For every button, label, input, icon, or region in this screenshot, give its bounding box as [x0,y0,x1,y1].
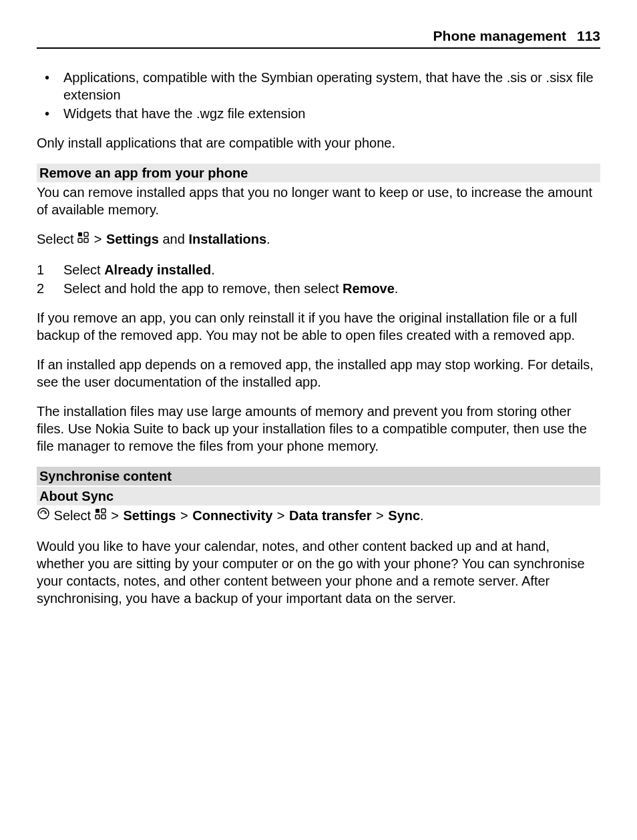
step-prefix: Select [63,262,104,277]
remove-reinstall-paragraph: If you remove an app, you can only reins… [37,309,600,344]
breadcrumb-separator: > [111,508,119,523]
svg-rect-0 [78,232,82,236]
svg-rect-1 [84,232,88,236]
step-number: 1 [37,261,44,278]
svg-rect-5 [95,509,99,513]
select-path-sync: Select > Settings > Connectivity > Data … [37,507,600,526]
connectivity-label: Connectivity [192,508,272,523]
list-item-text: Applications, compatible with the Symbia… [63,70,594,102]
remove-steps-list: 1 Select Already installed. 2 Select and… [37,261,600,297]
list-item-text: Widgets that have the .wgz file extensio… [63,106,305,121]
section-heading-sync: Synchronise content [37,467,600,485]
step-number: 2 [37,280,44,297]
list-item: 2 Select and hold the app to remove, the… [37,280,600,297]
list-item: Widgets that have the .wgz file extensio… [37,105,600,122]
remove-intro-paragraph: You can remove installed apps that you n… [37,184,600,218]
period: . [266,232,270,246]
breadcrumb-separator: > [277,508,285,523]
settings-label: Settings [106,232,159,246]
sync-label: Sync [388,508,420,523]
section-heading-remove-app: Remove an app from your phone [37,164,600,182]
menu-grid-icon [77,230,89,248]
step-bold: Already installed [104,262,211,277]
step-prefix: Select and hold the app to remove, then … [63,281,343,296]
remove-dependency-paragraph: If an installed app depends on a removed… [37,356,600,391]
step-suffix: . [211,262,215,277]
svg-point-4 [38,508,49,519]
install-types-list: Applications, compatible with the Symbia… [37,69,600,122]
menu-grid-icon [95,507,107,524]
svg-rect-7 [95,515,99,519]
sync-description-paragraph: Would you like to have your calendar, no… [37,538,600,607]
intro-paragraph: Only install applications that are compa… [37,134,600,152]
remove-memory-paragraph: The installation files may use large amo… [37,403,600,455]
installations-label: Installations [188,232,266,246]
breadcrumb-separator: > [94,232,102,246]
select-prefix: Select [37,232,74,246]
and-text: and [162,232,184,246]
step-bold: Remove [343,281,395,296]
list-item: 1 Select Already installed. [37,261,600,278]
header-title: Phone management [433,28,567,43]
section-subheading-about-sync: About Sync [37,487,600,505]
select-prefix: Select [54,508,91,523]
select-path-remove: Select > Settings and Installations. [37,230,600,249]
breadcrumb-separator: > [376,508,384,523]
period: . [420,508,424,523]
list-item: Applications, compatible with the Symbia… [37,69,600,103]
svg-rect-2 [78,238,82,242]
settings-label: Settings [124,508,176,523]
step-suffix: . [395,281,399,296]
svg-rect-3 [84,238,88,242]
page-number: 113 [577,28,600,43]
sync-icon [37,507,50,524]
data-transfer-label: Data transfer [289,508,371,523]
breadcrumb-separator: > [180,508,188,523]
page-header: Phone management 113 [37,27,600,49]
svg-rect-8 [101,515,105,519]
svg-rect-6 [101,509,105,513]
